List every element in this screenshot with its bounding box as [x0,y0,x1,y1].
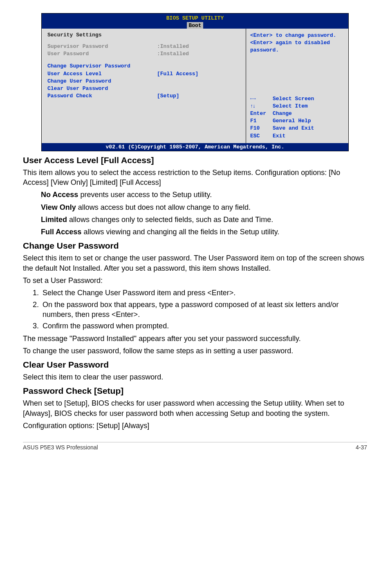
bios-right-pane: <Enter> to change password. <Enter> agai… [246,29,348,143]
heading-password-check: Password Check [Setup] [23,386,367,396]
security-settings-title: Security Settings [47,32,240,38]
kh-enter-key: Enter [250,110,273,117]
opt-limited: Limited allows changes only to selected … [41,215,367,224]
kh-f1-val: General Help [273,117,311,125]
clear-user-password[interactable]: Clear User Password [47,85,154,92]
step-1: Select the Change User Password item and… [41,288,367,298]
opt-view-only-text: allows access but does not allow change … [76,203,251,211]
para-pc-1: When set to [Setup], BIOS checks for use… [23,398,367,418]
password-check-value[interactable]: [Setup] [157,92,179,100]
bios-tab-boot[interactable]: Boot [187,22,203,29]
arrow-ud-icon [250,103,273,110]
opt-limited-bold: Limited [41,215,67,224]
opt-view-only: View Only allows access but does not all… [41,202,367,212]
help-note-line1: <Enter> to change password. [250,32,344,39]
bios-window: BIOS SETUP UTILITY Boot Security Setting… [41,13,349,151]
opt-limited-text: allows changes only to selected fields, … [67,215,273,224]
kh-select-screen: Select Screen [273,95,314,103]
step-3: Confirm the password when prompted. [41,321,367,331]
bios-title: BIOS SETUP UTILITY [42,15,348,22]
footer-page-number: 4-37 [356,444,367,451]
opt-full-access-text: allows viewing and changing all the fiel… [81,228,279,236]
para-chg-1: Select this item to set or change the us… [23,253,367,273]
page-footer: ASUS P5E3 WS Professional 4-37 [23,442,367,451]
kh-f10-val: Save and Exit [273,125,314,132]
para-chg-4: To change the user password, follow the … [23,346,367,356]
steps-set-user-password: Select the Change User Password item and… [23,288,367,331]
bios-header: BIOS SETUP UTILITY Boot [42,13,348,29]
kh-esc-key: ESC [250,132,273,140]
kh-select-item: Select Item [273,103,308,110]
para-ual-desc: This item allows you to select the acces… [23,168,367,188]
opt-no-access-bold: No Access [41,191,78,199]
kh-esc-val: Exit [273,132,285,140]
para-chg-2: To set a User Password: [23,276,367,285]
change-user-password[interactable]: Change User Password [47,78,154,85]
kh-f1-key: F1 [250,117,273,125]
kh-f10-key: F10 [250,125,273,132]
footer-product: ASUS P5E3 WS Professional [23,444,98,451]
user-access-level-label[interactable]: User Access Level [47,70,154,78]
heading-user-access-level: User Access Level [Full Access] [23,155,367,165]
arrow-lr-icon [250,95,273,103]
opt-no-access: No Access prevents user access to the Se… [41,190,367,200]
opt-view-only-bold: View Only [41,203,76,211]
bios-footer: v02.61 (C)Copyright 1985-2007, American … [42,143,348,151]
supervisor-password-value: :Installed [157,43,189,50]
password-check-label[interactable]: Password Check [47,92,154,100]
heading-change-user-password: Change User Password [23,241,367,251]
change-supervisor-password[interactable]: Change Supervisor Password [47,63,154,70]
supervisor-password-label: Supervisor Password [47,43,154,50]
user-password-label: User Password [47,50,154,58]
opt-no-access-text: prevents user access to the Setup utilit… [78,191,212,199]
kh-enter-val: Change [273,110,292,117]
para-chg-3: The message "Password Installed" appears… [23,334,367,343]
bios-left-pane: Security Settings Supervisor Password :I… [42,29,246,143]
para-clr-1: Select this item to clear the user passw… [23,372,367,382]
user-password-value: :Installed [157,50,189,58]
para-pc-2: Configuration options: [Setup] [Always] [23,421,367,431]
step-2: On the password box that appears, type a… [41,300,367,320]
help-note-line2: <Enter> again to disabled password. [250,39,344,54]
heading-clear-user-password: Clear User Password [23,360,367,370]
key-help: Select Screen Select Item EnterChange F1… [250,95,344,140]
opt-full-access: Full Access allows viewing and changing … [41,227,367,237]
user-access-level-value[interactable]: [Full Access] [157,70,198,78]
opt-full-access-bold: Full Access [41,228,81,236]
